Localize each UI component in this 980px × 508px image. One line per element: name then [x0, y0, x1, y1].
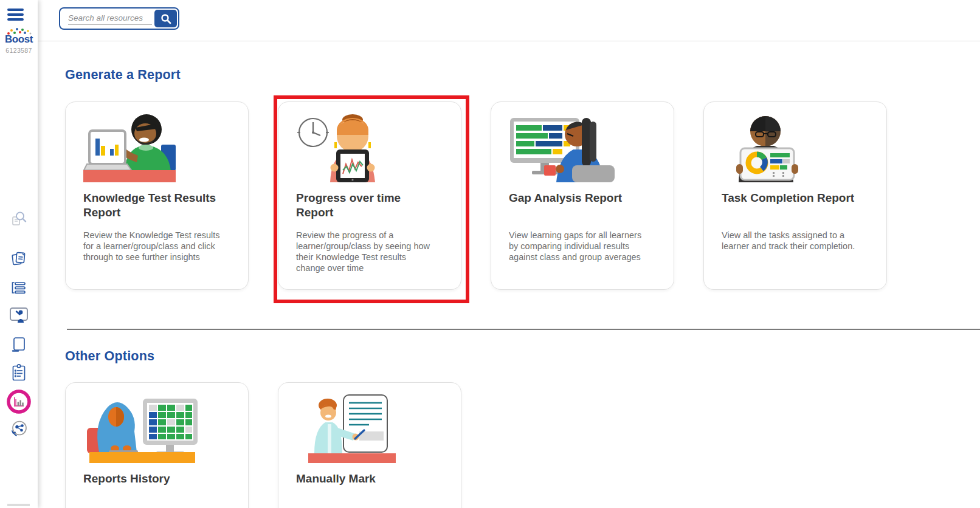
sidebar-item-presentation[interactable] — [0, 307, 38, 324]
sidebar-item-search-resources[interactable] — [0, 210, 38, 228]
search-button[interactable] — [154, 10, 177, 27]
bar-chart-icon — [6, 389, 32, 414]
generate-report-cards: Knowledge Test Results Report Review the… — [65, 101, 887, 290]
card-title: Manually Mark — [296, 472, 447, 508]
card-title: Task Completion Report — [722, 191, 873, 230]
clipboard-icon — [10, 363, 27, 382]
card-progress-over-time-report[interactable]: Progress over time Report Review the pro… — [278, 101, 461, 290]
share-sync-icon — [9, 419, 29, 439]
card-task-completion-report[interactable]: Task Completion Report View all the task… — [703, 101, 887, 290]
section-title-generate-report: Generate a Report — [65, 67, 181, 83]
other-options-cards: Reports History — [65, 382, 461, 508]
card-title: Gap Analysis Report — [509, 191, 660, 230]
manually-mark-illustration — [296, 394, 447, 463]
search-input[interactable] — [68, 12, 152, 25]
card-manually-mark[interactable]: Manually Mark — [278, 382, 461, 508]
task-completion-illustration — [722, 113, 873, 182]
header-divider — [38, 41, 980, 41]
card-description: View learning gaps for all learners by c… — [509, 230, 660, 263]
presentation-icon — [9, 307, 29, 324]
card-description: Review the Knowledge Test results for a … — [83, 230, 235, 263]
reports-history-illustration — [83, 394, 235, 463]
documents-icon — [10, 250, 28, 268]
card-title: Progress over time Report — [296, 191, 447, 230]
card-title: Knowledge Test Results Report — [83, 191, 235, 230]
sidebar-item-book[interactable] — [0, 335, 38, 354]
gap-analysis-illustration — [509, 113, 660, 182]
boost-logo-text: Boost — [0, 34, 38, 45]
card-reports-history[interactable]: Reports History — [65, 382, 249, 508]
boost-logo[interactable]: Boost 6123587 — [0, 27, 38, 54]
section-title-other-options: Other Options — [65, 349, 154, 364]
card-title: Reports History — [83, 472, 235, 508]
search-bar — [59, 7, 179, 30]
sidebar: Boost 6123587 — [0, 0, 38, 508]
progress-over-time-illustration — [296, 113, 447, 182]
card-knowledge-test-results-report[interactable]: Knowledge Test Results Report Review the… — [65, 101, 249, 290]
search-documents-icon — [10, 210, 28, 228]
section-divider — [67, 329, 980, 330]
search-icon — [160, 13, 171, 24]
sidebar-item-reports-active[interactable] — [0, 389, 38, 414]
knowledge-test-illustration — [83, 113, 235, 182]
menu-icon[interactable] — [7, 9, 24, 23]
sidebar-item-resources[interactable] — [0, 250, 38, 268]
card-description: View all the tasks assigned to a learner… — [722, 230, 873, 252]
list-icon — [10, 279, 28, 297]
card-gap-analysis-report[interactable]: Gap Analysis Report View learning gaps f… — [491, 101, 674, 290]
menu-bar — [7, 9, 24, 11]
sidebar-item-assignments[interactable] — [0, 363, 38, 382]
menu-bar — [7, 18, 24, 21]
card-description: Review the progress of a learner/group/c… — [296, 230, 447, 274]
sidebar-scroll-indicator — [7, 504, 30, 506]
sidebar-item-sync[interactable] — [0, 419, 38, 439]
sidebar-item-list[interactable] — [0, 279, 38, 297]
account-id: 6123587 — [0, 47, 38, 54]
reports-page: Boost 6123587 — [0, 0, 980, 508]
menu-bar — [7, 13, 24, 16]
book-icon — [10, 335, 28, 354]
